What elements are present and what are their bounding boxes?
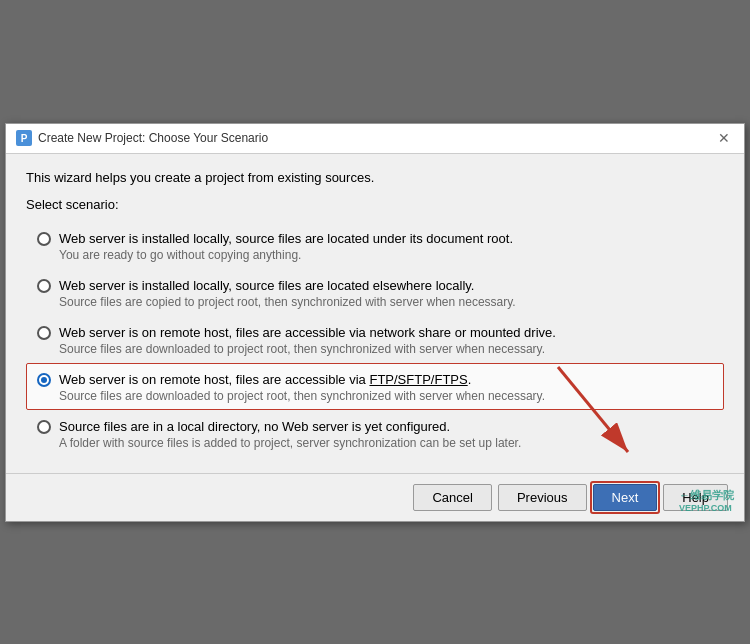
dialog-window: P Create New Project: Choose Your Scenar… [5, 123, 745, 522]
help-button[interactable]: Help [663, 484, 728, 511]
option-2[interactable]: Web server is installed locally, source … [26, 269, 724, 316]
select-label: Select scenario: [26, 197, 724, 212]
option-2-label: Web server is installed locally, source … [59, 278, 713, 293]
option-5-desc: A folder with source files is added to p… [59, 436, 713, 450]
radio-5[interactable] [37, 420, 51, 434]
radio-4[interactable] [37, 373, 51, 387]
option-group: Web server is installed locally, source … [26, 222, 724, 457]
intro-text: This wizard helps you create a project f… [26, 170, 724, 185]
option-3[interactable]: Web server is on remote host, files are … [26, 316, 724, 363]
option-2-desc: Source files are copied to project root,… [59, 295, 713, 309]
radio-2[interactable] [37, 279, 51, 293]
option-1[interactable]: Web server is installed locally, source … [26, 222, 724, 269]
previous-button[interactable]: Previous [498, 484, 587, 511]
next-button-wrapper: Next [593, 484, 658, 511]
option-5-label: Source files are in a local directory, n… [59, 419, 713, 434]
option-4-label: Web server is on remote host, files are … [59, 372, 713, 387]
radio-1[interactable] [37, 232, 51, 246]
radio-3[interactable] [37, 326, 51, 340]
option-1-label: Web server is installed locally, source … [59, 231, 713, 246]
dialog-body: This wizard helps you create a project f… [6, 154, 744, 473]
cancel-button[interactable]: Cancel [413, 484, 491, 511]
app-icon: P [16, 130, 32, 146]
option-3-desc: Source files are downloaded to project r… [59, 342, 713, 356]
dialog-title: Create New Project: Choose Your Scenario [38, 131, 268, 145]
dialog-footer: Cancel Previous Next Help ←维易学院 VEPHP.CO… [6, 473, 744, 521]
option-3-label: Web server is on remote host, files are … [59, 325, 713, 340]
next-button[interactable]: Next [593, 484, 658, 511]
option-4-desc: Source files are downloaded to project r… [59, 389, 713, 403]
option-5[interactable]: Source files are in a local directory, n… [26, 410, 724, 457]
close-button[interactable]: ✕ [714, 128, 734, 148]
option-4[interactable]: Web server is on remote host, files are … [26, 363, 724, 410]
title-bar: P Create New Project: Choose Your Scenar… [6, 124, 744, 154]
option-1-desc: You are ready to go without copying anyt… [59, 248, 713, 262]
title-bar-left: P Create New Project: Choose Your Scenar… [16, 130, 268, 146]
